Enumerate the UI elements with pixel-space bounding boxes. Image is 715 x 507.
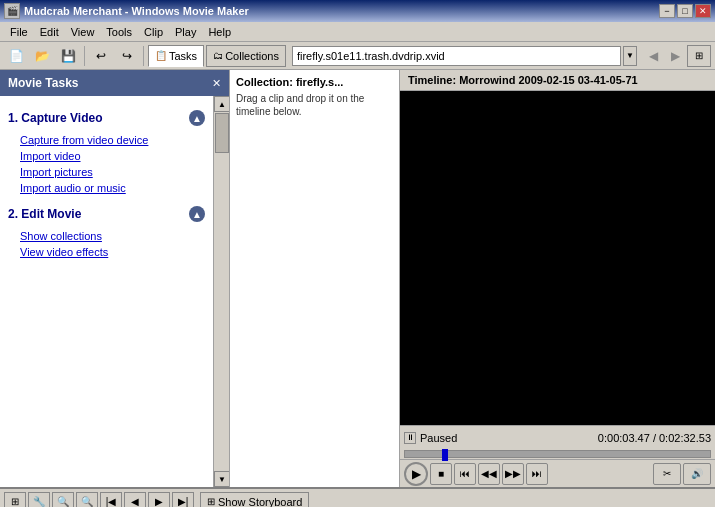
stop-button[interactable]: ■ bbox=[430, 463, 452, 485]
rewind-button[interactable]: ⏮ bbox=[454, 463, 476, 485]
tl-rew[interactable]: ◀ bbox=[124, 492, 146, 508]
collection-panel: Collection: firefly.s... Drag a clip and… bbox=[230, 70, 400, 487]
fast-forward-button[interactable]: ⏭ bbox=[526, 463, 548, 485]
redo-button[interactable]: ↪ bbox=[115, 45, 139, 67]
grid-view-button[interactable]: ⊞ bbox=[687, 45, 711, 67]
collections-tab[interactable]: 🗂 Collections bbox=[206, 45, 286, 67]
play-button[interactable]: ▶ bbox=[404, 462, 428, 486]
preview-header: Timeline: Morrowind 2009-02-15 03-41-05-… bbox=[400, 70, 715, 91]
undo-button[interactable]: ↩ bbox=[89, 45, 113, 67]
storyboard-button[interactable]: ⊞ Show Storyboard bbox=[200, 492, 309, 508]
menu-clip[interactable]: Clip bbox=[138, 24, 169, 40]
next-frame-button[interactable]: ▶▶ bbox=[502, 463, 524, 485]
section2-toggle[interactable]: ▲ bbox=[189, 206, 205, 222]
seekbar-area bbox=[400, 449, 715, 459]
open-button[interactable]: 📂 bbox=[30, 45, 54, 67]
panel-header: Movie Tasks ✕ bbox=[0, 70, 229, 96]
address-input[interactable] bbox=[292, 46, 621, 66]
import-pictures-link[interactable]: Import pictures bbox=[8, 164, 205, 180]
menu-edit[interactable]: Edit bbox=[34, 24, 65, 40]
new-button[interactable]: 📄 bbox=[4, 45, 28, 67]
section2-title: 2. Edit Movie bbox=[8, 207, 81, 221]
seekbar[interactable] bbox=[404, 450, 711, 458]
collection-title: Collection: firefly.s... bbox=[236, 76, 393, 88]
tl-zoom-out[interactable]: 🔍 bbox=[76, 492, 98, 508]
panel-close-button[interactable]: ✕ bbox=[212, 77, 221, 90]
menu-help[interactable]: Help bbox=[202, 24, 237, 40]
timeline-area: ⊞ 🔧 🔍 🔍 |◀ ◀ ▶ ▶| ⊞ Show Storyboard 0:00… bbox=[0, 487, 715, 507]
tl-play[interactable]: ▶ bbox=[148, 492, 170, 508]
prev-frame-button[interactable]: ◀◀ bbox=[478, 463, 500, 485]
tl-next[interactable]: ▶| bbox=[172, 492, 194, 508]
minimize-button[interactable]: − bbox=[659, 4, 675, 18]
view-video-effects-link[interactable]: View video effects bbox=[8, 244, 205, 260]
menu-play[interactable]: Play bbox=[169, 24, 202, 40]
close-button[interactable]: ✕ bbox=[695, 4, 711, 18]
preview-time: 0:00:03.47 / 0:02:32.53 bbox=[598, 432, 711, 444]
maximize-button[interactable]: □ bbox=[677, 4, 693, 18]
panel-content: 1. Capture Video ▲ Capture from video de… bbox=[0, 96, 213, 487]
menu-file[interactable]: File bbox=[4, 24, 34, 40]
address-bar: ▼ bbox=[292, 46, 637, 66]
section1-title: 1. Capture Video bbox=[8, 111, 102, 125]
timeline-toolbar: ⊞ 🔧 🔍 🔍 |◀ ◀ ▶ ▶| ⊞ Show Storyboard bbox=[0, 489, 715, 507]
menu-tools[interactable]: Tools bbox=[100, 24, 138, 40]
preview-status-bar: ⏸ Paused 0:00:03.47 / 0:02:32.53 bbox=[400, 425, 715, 449]
import-audio-link[interactable]: Import audio or music bbox=[8, 180, 205, 196]
nav-forward-button[interactable]: ▶ bbox=[665, 46, 685, 66]
section1-toggle[interactable]: ▲ bbox=[189, 110, 205, 126]
capture-video-link[interactable]: Capture from video device bbox=[8, 132, 205, 148]
pause-status-icon: ⏸ bbox=[404, 432, 416, 444]
video-preview-panel: Timeline: Morrowind 2009-02-15 03-41-05-… bbox=[400, 70, 715, 487]
panel-scrollbar: ▲ ▼ bbox=[213, 96, 229, 487]
toolbar: 📄 📂 💾 ↩ ↪ 📋 Tasks 🗂 Collections ▼ ◀ ▶ ⊞ bbox=[0, 42, 715, 70]
preview-status-text: Paused bbox=[420, 432, 457, 444]
address-dropdown[interactable]: ▼ bbox=[623, 46, 637, 66]
menu-bar: File Edit View Tools Clip Play Help bbox=[0, 22, 715, 42]
app-icon: 🎬 bbox=[4, 3, 20, 19]
tl-zoom-in[interactable]: 🔍 bbox=[52, 492, 74, 508]
collection-description: Drag a clip and drop it on the timeline … bbox=[236, 92, 393, 118]
import-video-link[interactable]: Import video bbox=[8, 148, 205, 164]
save-button[interactable]: 💾 bbox=[56, 45, 80, 67]
tl-btn-2[interactable]: 🔧 bbox=[28, 492, 50, 508]
movie-tasks-panel: Movie Tasks ✕ 1. Capture Video ▲ Capture… bbox=[0, 70, 230, 487]
tl-prev[interactable]: |◀ bbox=[100, 492, 122, 508]
volume-button[interactable]: 🔊 bbox=[683, 463, 711, 485]
scroll-down[interactable]: ▼ bbox=[214, 471, 229, 487]
split-button[interactable]: ✂ bbox=[653, 463, 681, 485]
playback-controls: ▶ ■ ⏮ ◀◀ ▶▶ ⏭ ✂ 🔊 bbox=[400, 459, 715, 487]
scroll-up[interactable]: ▲ bbox=[214, 96, 229, 112]
tl-btn-1[interactable]: ⊞ bbox=[4, 492, 26, 508]
title-bar: 🎬 Mudcrab Merchant - Windows Movie Maker… bbox=[0, 0, 715, 22]
main-content: Movie Tasks ✕ 1. Capture Video ▲ Capture… bbox=[0, 70, 715, 487]
nav-back-button[interactable]: ◀ bbox=[643, 46, 663, 66]
show-collections-link[interactable]: Show collections bbox=[8, 228, 205, 244]
menu-view[interactable]: View bbox=[65, 24, 101, 40]
seekbar-thumb[interactable] bbox=[442, 449, 448, 461]
title-bar-text: Mudcrab Merchant - Windows Movie Maker bbox=[24, 5, 249, 17]
preview-screen bbox=[400, 91, 715, 425]
tasks-tab[interactable]: 📋 Tasks bbox=[148, 45, 204, 67]
